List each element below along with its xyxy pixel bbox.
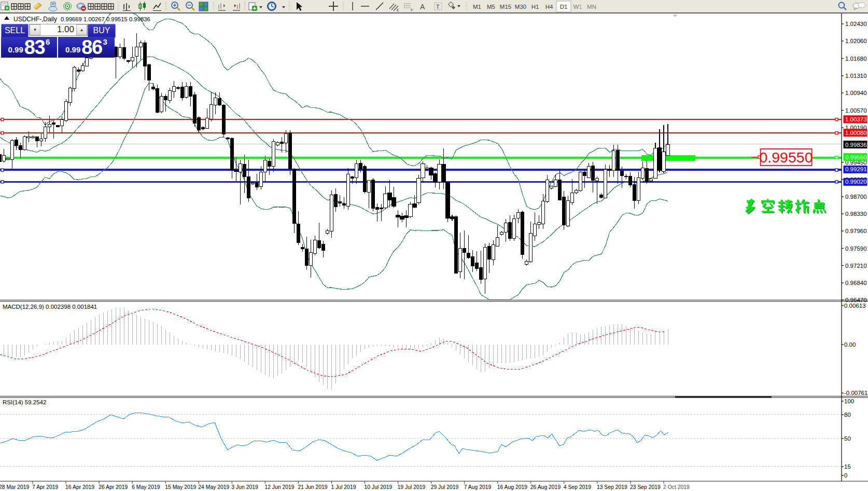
svg-text:0.97590: 0.97590 <box>845 246 867 252</box>
svg-text:0.99836: 0.99836 <box>845 142 867 148</box>
svg-text:0.99550: 0.99550 <box>759 149 813 166</box>
svg-text:M1: M1 <box>473 4 481 10</box>
svg-text:0.98700: 0.98700 <box>845 194 867 200</box>
svg-text:7 Aug 2019: 7 Aug 2019 <box>464 484 492 490</box>
svg-text:50: 50 <box>844 435 851 442</box>
svg-text:7 Apr 2019: 7 Apr 2019 <box>32 484 58 490</box>
svg-text:16 Aug 2019: 16 Aug 2019 <box>497 484 528 490</box>
svg-text:80: 80 <box>844 412 851 418</box>
svg-text:15: 15 <box>844 463 851 470</box>
svg-text:6 May 2019: 6 May 2019 <box>132 484 160 490</box>
svg-text:D1: D1 <box>560 4 568 10</box>
svg-text:0.99291: 0.99291 <box>845 166 867 172</box>
svg-text:E: E <box>397 8 399 12</box>
svg-text:T: T <box>436 4 440 10</box>
svg-text:4 Sep 2019: 4 Sep 2019 <box>564 484 591 490</box>
svg-text:RSI(14) 59.2542: RSI(14) 59.2542 <box>3 399 46 405</box>
svg-text:0: 0 <box>844 472 847 479</box>
svg-text:21 Jun 2019: 21 Jun 2019 <box>298 484 327 490</box>
svg-text:1.02060: 1.02060 <box>845 38 867 44</box>
svg-text:0.99020: 0.99020 <box>845 179 867 185</box>
svg-text:23 Sep 2019: 23 Sep 2019 <box>630 484 661 490</box>
svg-text:1.02430: 1.02430 <box>845 21 867 27</box>
svg-text:2 Oct 2019: 2 Oct 2019 <box>663 484 690 490</box>
svg-text:H1: H1 <box>531 4 539 10</box>
svg-text:0.00613: 0.00613 <box>844 303 866 309</box>
svg-text:1 Jul 2019: 1 Jul 2019 <box>331 484 356 490</box>
svg-text:24 May 2019: 24 May 2019 <box>198 484 229 490</box>
svg-text:1.01310: 1.01310 <box>845 73 867 79</box>
svg-text:MACD(12,26,9) 0.002398 0.00184: MACD(12,26,9) 0.002398 0.001841 <box>3 304 97 310</box>
svg-text:USDCHF-,Daily: USDCHF-,Daily <box>13 16 57 23</box>
svg-text:26 Apr 2019: 26 Apr 2019 <box>99 484 128 490</box>
svg-text:1.00570: 1.00570 <box>845 107 867 114</box>
svg-text:M15: M15 <box>500 4 511 10</box>
svg-text:29 Jul 2019: 29 Jul 2019 <box>431 484 459 490</box>
svg-text:13 Sep 2019: 13 Sep 2019 <box>597 484 627 490</box>
svg-text:1.00940: 1.00940 <box>845 90 867 96</box>
svg-text:0.98330: 0.98330 <box>845 211 867 217</box>
svg-text:1.01680: 1.01680 <box>845 56 867 62</box>
svg-text:0.99669 1.00267 0.99515 0.9983: 0.99669 1.00267 0.99515 0.99836 <box>61 16 150 22</box>
svg-text:100: 100 <box>844 398 854 404</box>
svg-text:19 Jul 2019: 19 Jul 2019 <box>398 484 426 490</box>
svg-text:3 Jun 2019: 3 Jun 2019 <box>231 484 258 490</box>
svg-text:1.00373: 1.00373 <box>845 116 867 122</box>
svg-text:16 Apr 2019: 16 Apr 2019 <box>65 484 94 490</box>
svg-text:1.00080: 1.00080 <box>845 130 867 136</box>
svg-text:26 Aug 2019: 26 Aug 2019 <box>530 484 561 490</box>
svg-text:10 Jul 2019: 10 Jul 2019 <box>365 484 393 490</box>
svg-text:12 Jun 2019: 12 Jun 2019 <box>264 484 294 490</box>
svg-text:F: F <box>411 8 413 12</box>
svg-text:H4: H4 <box>545 4 553 10</box>
svg-text:15 May 2019: 15 May 2019 <box>165 484 196 490</box>
svg-text:28 Mar 2019: 28 Mar 2019 <box>0 484 30 490</box>
svg-text:M30: M30 <box>515 4 526 10</box>
svg-text:A: A <box>420 3 425 11</box>
svg-text:0.96840: 0.96840 <box>845 280 867 286</box>
svg-text:0.97210: 0.97210 <box>845 263 867 269</box>
svg-text:0.00: 0.00 <box>844 342 856 348</box>
svg-text:-0.007612: -0.007612 <box>844 390 868 396</box>
svg-text:0.99550: 0.99550 <box>845 154 867 160</box>
svg-text:M5: M5 <box>487 4 495 10</box>
svg-text:0.97960: 0.97960 <box>845 228 867 234</box>
svg-text:MN: MN <box>587 4 596 10</box>
